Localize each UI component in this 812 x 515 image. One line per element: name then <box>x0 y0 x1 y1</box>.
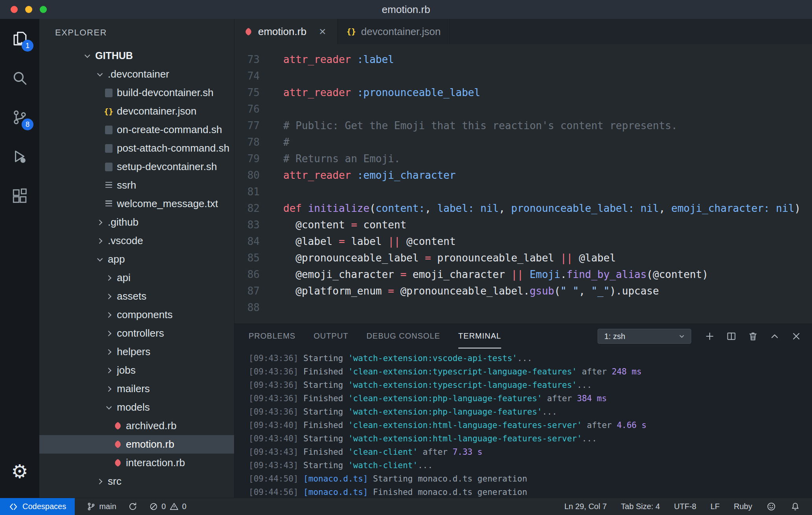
line-number[interactable]: 81 <box>234 186 278 198</box>
code-line-79[interactable]: 79# Returns an Emoji. <box>234 150 812 167</box>
chevron-right-icon <box>103 365 114 376</box>
code-line-85[interactable]: 85 @pronounceable_label = pronounceable_… <box>234 250 812 266</box>
code-line-83[interactable]: 83 @content = content <box>234 217 812 233</box>
tab-emotion-rb[interactable]: emotion.rb <box>234 19 338 44</box>
code-line-82[interactable]: 82def initialize(content:, label: nil, p… <box>234 200 812 217</box>
line-number[interactable]: 77 <box>234 120 278 132</box>
line-number[interactable]: 78 <box>234 136 278 148</box>
panel-tab-output[interactable]: OUTPUT <box>314 324 348 348</box>
activity-bar: 1 8 <box>0 19 39 498</box>
tree-item-helpers[interactable]: helpers <box>39 343 234 361</box>
tree-item-emotion.rb[interactable]: emotion.rb <box>39 435 234 454</box>
chevron-right-icon <box>103 347 114 357</box>
code-line-81[interactable]: 81 <box>234 183 812 200</box>
line-number[interactable]: 87 <box>234 285 278 297</box>
branch-name: main <box>99 502 116 511</box>
zoom-button[interactable] <box>40 6 47 13</box>
terminal-shell-select[interactable]: 1: zsh <box>598 329 691 344</box>
tree-item-devcontainer.json[interactable]: devcontainer.json <box>39 102 234 120</box>
line-number[interactable]: 85 <box>234 252 278 264</box>
close-tab-icon[interactable] <box>317 26 328 37</box>
tree-item-src[interactable]: src <box>39 472 234 491</box>
panel-tab-terminal[interactable]: TERMINAL <box>458 324 501 348</box>
new-terminal-icon[interactable] <box>704 331 715 342</box>
code-line-87[interactable]: 87 @platform_enum = @pronounceable_label… <box>234 283 812 299</box>
line-number[interactable]: 82 <box>234 202 278 214</box>
kill-terminal-trash-icon[interactable] <box>747 331 758 342</box>
encoding-status[interactable]: UTF-8 <box>674 502 696 511</box>
tree-item-api[interactable]: api <box>39 269 234 287</box>
line-number[interactable]: 86 <box>234 269 278 280</box>
close-button[interactable] <box>11 6 18 13</box>
notifications-bell-icon[interactable] <box>790 502 800 511</box>
tree-item-label: components <box>117 309 173 321</box>
tree-item-.github[interactable]: .github <box>39 213 234 232</box>
eol-status[interactable]: LF <box>710 502 720 511</box>
tree-item-build-devcontainer.sh[interactable]: build-devcontainer.sh <box>39 83 234 102</box>
line-number[interactable]: 74 <box>234 70 278 82</box>
settings-gear-button[interactable] <box>0 452 39 491</box>
run-debug-icon <box>11 148 28 165</box>
line-number[interactable]: 83 <box>234 219 278 231</box>
vscode-window: emotion.rb 1 8 <box>0 0 812 515</box>
tree-item-interaction.rb[interactable]: interaction.rb <box>39 454 234 472</box>
code-text: # Returns an Emoji. <box>278 153 400 165</box>
tree-item-jobs[interactable]: jobs <box>39 361 234 380</box>
minimize-button[interactable] <box>25 6 32 13</box>
code-line-74[interactable]: 74 <box>234 68 812 84</box>
run-debug-view-button[interactable] <box>0 137 39 176</box>
tree-item-assets[interactable]: assets <box>39 287 234 306</box>
tab-devcontainer-json[interactable]: devcontainer.json <box>338 19 450 44</box>
code-line-80[interactable]: 80attr_reader :emoji_character <box>234 167 812 183</box>
code-line-84[interactable]: 84 @label = label || @content <box>234 233 812 250</box>
code-line-75[interactable]: 75attr_reader :pronounceable_label <box>234 84 812 101</box>
line-number[interactable]: 75 <box>234 87 278 98</box>
panel-tab-debug-console[interactable]: DEBUG CONSOLE <box>366 324 440 348</box>
code-line-73[interactable]: 73attr_reader :label <box>234 51 812 68</box>
line-number[interactable]: 76 <box>234 103 278 115</box>
code-line-88[interactable]: 88 <box>234 299 812 316</box>
tree-item-welcome_message.txt[interactable]: welcome_message.txt <box>39 195 234 213</box>
tree-item-on-create-command.sh[interactable]: on-create-command.sh <box>39 120 234 139</box>
line-number[interactable]: 80 <box>234 169 278 181</box>
tree-item-archived.rb[interactable]: archived.rb <box>39 417 234 435</box>
tree-item-ssrh[interactable]: ssrh <box>39 176 234 195</box>
line-number[interactable]: 84 <box>234 235 278 247</box>
code-line-86[interactable]: 86 @emoji_character = emoji_character ||… <box>234 266 812 283</box>
sync-changes-button[interactable] <box>128 502 137 511</box>
branch-status-button[interactable]: main <box>87 502 116 511</box>
cursor-position-status[interactable]: Ln 29, Col 7 <box>564 502 607 511</box>
tab-size-status[interactable]: Tab Size: 4 <box>621 502 660 511</box>
split-terminal-icon[interactable] <box>726 331 737 342</box>
tree-item-setup-devcontainer.sh[interactable]: setup-devcontainer.sh <box>39 157 234 176</box>
source-control-view-button[interactable]: 8 <box>0 98 39 137</box>
code-text: @platform_enum = @pronounceable_label.gs… <box>278 285 659 297</box>
language-mode-status[interactable]: Ruby <box>734 502 752 511</box>
panel-tab-problems[interactable]: PROBLEMS <box>249 324 295 348</box>
tree-item-mailers[interactable]: mailers <box>39 380 234 398</box>
line-number[interactable]: 73 <box>234 54 278 65</box>
tree-item-models[interactable]: models <box>39 398 234 417</box>
terminal-output[interactable]: [09:43:36] Starting 'watch-extension:vsc… <box>234 348 812 498</box>
feedback-smiley-icon[interactable] <box>766 502 776 511</box>
code-line-76[interactable]: 76 <box>234 101 812 117</box>
tree-item-app[interactable]: app <box>39 250 234 269</box>
explorer-view-button[interactable]: 1 <box>0 19 39 58</box>
code-line-78[interactable]: 78# <box>234 134 812 150</box>
problems-status-button[interactable]: 0 0 <box>149 502 186 511</box>
code-line-77[interactable]: 77# Public: Get the Emoji that this reac… <box>234 117 812 134</box>
line-number[interactable]: 88 <box>234 302 278 313</box>
tree-item-components[interactable]: components <box>39 306 234 324</box>
tree-section-github[interactable]: GITHUB <box>39 46 234 65</box>
extensions-view-button[interactable] <box>0 176 39 216</box>
close-panel-icon[interactable] <box>791 331 802 342</box>
codespaces-status-button[interactable]: Codespaces <box>0 498 75 515</box>
tree-item-controllers[interactable]: controllers <box>39 324 234 343</box>
tree-item-.devcontainer[interactable]: .devcontainer <box>39 65 234 83</box>
maximize-panel-chevron-icon[interactable] <box>769 331 780 342</box>
code-editor[interactable]: 73attr_reader :label7475attr_reader :pro… <box>234 44 812 324</box>
tree-item-post-attach-command.sh[interactable]: post-attach-command.sh <box>39 139 234 157</box>
line-number[interactable]: 79 <box>234 153 278 165</box>
search-view-button[interactable] <box>0 58 39 98</box>
tree-item-.vscode[interactable]: .vscode <box>39 232 234 250</box>
